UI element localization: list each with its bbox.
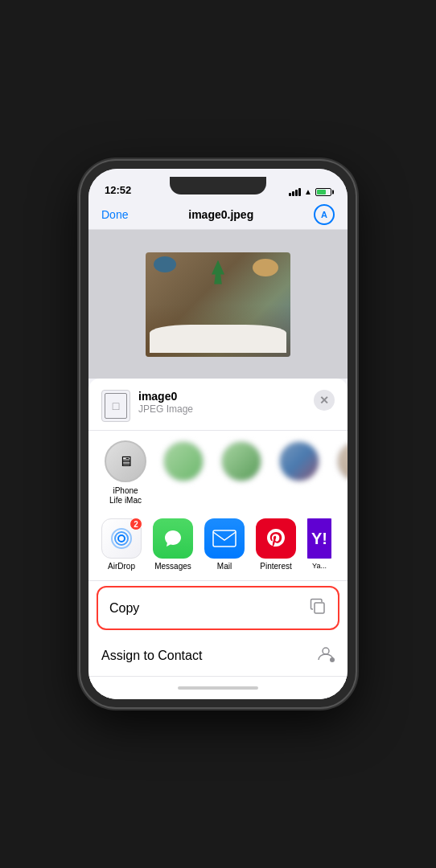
airdrop-contacts-row: 🖥 iPhoneLife iMac: [88, 431, 348, 515]
copy-icon: [309, 597, 327, 619]
svg-point-3: [330, 657, 335, 662]
assign-contact-action-row[interactable]: Assign to Contact: [88, 635, 348, 677]
app-label-yahoo: Ya...: [312, 562, 327, 570]
svg-point-2: [323, 648, 329, 654]
airdrop-avatar-4: [336, 440, 348, 482]
status-time: 12:52: [105, 184, 131, 196]
action-icon-label: A: [321, 210, 327, 219]
app-icon-mail: [204, 518, 245, 559]
file-info: image0 JPEG Image: [138, 390, 314, 415]
airdrop-contact-3[interactable]: [275, 440, 323, 506]
mail-icon: [212, 530, 237, 547]
page-title: image0.jpeg: [188, 208, 253, 221]
image-area: [88, 230, 348, 379]
airdrop-contact-1[interactable]: [159, 440, 208, 506]
airdrop-contact-2[interactable]: [217, 440, 265, 506]
file-type-label: JPEG Image: [138, 403, 314, 415]
file-type-icon: □: [113, 399, 119, 412]
airdrop-contact-mac[interactable]: 🖥 iPhoneLife iMac: [101, 440, 150, 506]
bottom-indicator: [88, 677, 348, 699]
file-icon: □: [101, 390, 130, 422]
airdrop-badge: 2: [130, 518, 142, 530]
airdrop-label-mac: iPhoneLife iMac: [109, 486, 142, 506]
airdrop-avatar-mac: 🖥: [105, 440, 146, 482]
airdrop-avatar-2: [220, 440, 262, 482]
wifi-icon: ▲: [304, 187, 312, 196]
app-label-messages: Messages: [154, 562, 191, 571]
nav-bar: Done image0.jpeg A: [88, 199, 348, 230]
app-item-messages[interactable]: Messages: [153, 518, 193, 571]
app-item-yahoo[interactable]: Y! Ya...: [307, 518, 331, 571]
app-icon-pinterest: [256, 518, 296, 559]
airdrop-avatar-3: [278, 440, 320, 482]
signal-icon: [289, 188, 301, 196]
home-indicator: [178, 686, 258, 690]
svg-rect-0: [213, 530, 236, 547]
phone-frame: 12:52 ▲ Done image0.jpeg A: [80, 161, 356, 707]
phone-screen: 12:52 ▲ Done image0.jpeg A: [88, 169, 348, 699]
assign-contact-label: Assign to Contact: [101, 649, 202, 663]
notch: [170, 177, 266, 194]
status-icons: ▲: [289, 187, 331, 196]
airdrop-avatar-1: [162, 440, 204, 482]
mac-icon: 🖥: [118, 453, 133, 470]
app-label-mail: Mail: [217, 562, 232, 571]
food-decoration: [146, 252, 290, 357]
app-item-airdrop[interactable]: 2 AirDrop: [101, 518, 142, 571]
action-button[interactable]: A: [314, 204, 335, 225]
close-button[interactable]: ✕: [314, 390, 335, 411]
app-icon-airdrop: 2: [101, 518, 142, 559]
contact-icon: [317, 645, 335, 666]
app-icon-messages: [153, 518, 193, 559]
share-sheet: □ image0 JPEG Image ✕ 🖥 iPhoneLife iMac: [88, 379, 348, 699]
app-label-pinterest: Pinterest: [260, 562, 291, 571]
battery-icon: [315, 188, 331, 196]
copy-label: Copy: [109, 601, 139, 616]
app-item-pinterest[interactable]: Pinterest: [256, 518, 296, 571]
app-icon-yahoo: Y!: [307, 518, 331, 559]
airdrop-waves: [109, 526, 134, 551]
share-header: □ image0 JPEG Image ✕: [88, 379, 348, 431]
svg-rect-1: [315, 603, 324, 613]
app-item-mail[interactable]: Mail: [204, 518, 245, 571]
file-name: image0: [138, 390, 314, 403]
done-button[interactable]: Done: [101, 208, 128, 221]
messages-icon: [162, 527, 184, 550]
pinterest-icon: [265, 527, 286, 550]
app-label-airdrop: AirDrop: [108, 562, 135, 571]
copy-action-row[interactable]: Copy: [97, 586, 339, 630]
app-row: 2 AirDrop Messages: [88, 515, 348, 581]
airdrop-contact-4[interactable]: [333, 440, 348, 506]
battery-fill: [317, 190, 326, 194]
main-image: [146, 252, 290, 357]
